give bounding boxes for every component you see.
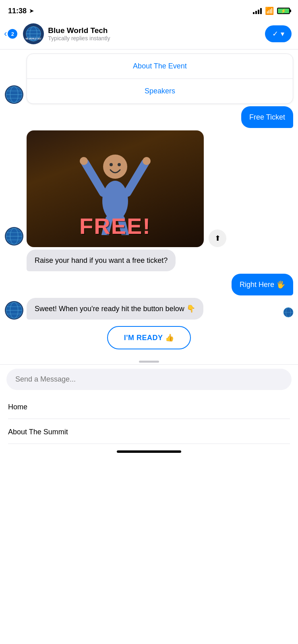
message-text: Free Ticket	[249, 113, 285, 121]
location-icon: ➤	[29, 7, 34, 14]
image-message-row: FREE! ⬆	[0, 130, 298, 247]
back-badge: 2	[8, 29, 17, 39]
bubble-outgoing: Free Ticket	[241, 106, 293, 128]
input-bar	[0, 364, 298, 394]
contact-name: Blue World Tech	[48, 26, 265, 35]
bubble-incoming-2: Sweet! When you're ready hit the button …	[27, 298, 203, 320]
small-globe-icon	[283, 307, 294, 318]
message-row: Free Ticket	[0, 106, 298, 128]
chevron-down-icon: ▾	[281, 29, 284, 38]
svg-line-18	[85, 163, 103, 193]
free-text: FREE!	[79, 213, 151, 239]
status-icons: 📶 ⚡	[253, 6, 290, 15]
svg-line-19	[127, 163, 145, 193]
wifi-icon: 📶	[265, 6, 274, 15]
share-button[interactable]: ⬆	[209, 229, 226, 247]
back-button[interactable]: ‹ 2	[4, 29, 17, 39]
contact-status: Typically replies instantly	[48, 35, 265, 41]
signal-bars-icon	[253, 8, 262, 14]
message-text-4: Sweet! When you're ready hit the button …	[35, 305, 195, 313]
bot-globe-icon-2	[5, 227, 23, 246]
im-ready-button[interactable]: I'M READY 👍	[107, 326, 191, 349]
bot-avatar-3	[5, 301, 23, 320]
bubble-outgoing-2: Right Here 🖐	[232, 274, 293, 295]
message-text-3: Right Here 🖐	[240, 281, 285, 289]
home-indicator	[117, 450, 181, 453]
image-bubble: FREE!	[27, 130, 204, 247]
chat-header: ‹ 2 "HE WORLD TEC" Blue World Tech Typic…	[0, 20, 298, 50]
status-bar: 11:38 ➤ 📶 ⚡	[0, 0, 298, 20]
battery-icon: ⚡	[277, 8, 290, 14]
menu-card-row: About The Event Speakers	[0, 54, 298, 104]
free-image: FREE!	[27, 130, 204, 247]
chat-area: About The Event Speakers Free Ticket	[0, 50, 298, 357]
header-info: Blue World Tech Typically replies instan…	[48, 26, 265, 41]
svg-text:"HE WORLD TEC": "HE WORLD TEC"	[25, 37, 41, 40]
svg-point-25	[143, 157, 151, 165]
svg-point-22	[110, 163, 113, 166]
message-row-3: Right Here 🖐	[0, 274, 298, 295]
svg-point-23	[118, 163, 121, 166]
share-icon: ⬆	[215, 234, 221, 243]
message-row-4: Sweet! When you're ready hit the button …	[0, 298, 298, 320]
avatar: "HE WORLD TEC"	[23, 23, 44, 44]
message-text-2: Raise your hand if you want a free ticke…	[35, 256, 168, 264]
svg-point-17	[103, 155, 127, 179]
message-input[interactable]	[6, 369, 292, 390]
globe-icon: "HE WORLD TEC"	[25, 26, 41, 42]
small-globe-indicator	[283, 307, 294, 320]
bubble-incoming: Raise your hand if you want a free ticke…	[27, 250, 176, 271]
bot-avatar	[5, 85, 23, 104]
scroll-indicator	[139, 361, 159, 363]
svg-point-24	[80, 157, 88, 165]
bot-globe-icon	[5, 85, 23, 104]
status-time: 11:38	[8, 7, 27, 15]
menu-card: About The Event Speakers	[27, 54, 293, 104]
menu-item-about[interactable]: About The Event	[27, 54, 293, 79]
bot-avatar-2	[5, 227, 23, 246]
action-button[interactable]: ✓ ▾	[265, 25, 292, 42]
nav-item-summit[interactable]: About The Summit	[8, 419, 290, 444]
bot-globe-icon-3	[5, 301, 23, 320]
nav-item-home[interactable]: Home	[8, 394, 290, 419]
menu-item-speakers[interactable]: Speakers	[27, 79, 293, 103]
back-chevron-icon: ‹	[4, 29, 7, 39]
checkmark-icon: ✓	[272, 29, 278, 38]
bottom-nav: Home About The Summit	[0, 394, 298, 444]
message-row-2: Raise your hand if you want a free ticke…	[0, 250, 298, 271]
